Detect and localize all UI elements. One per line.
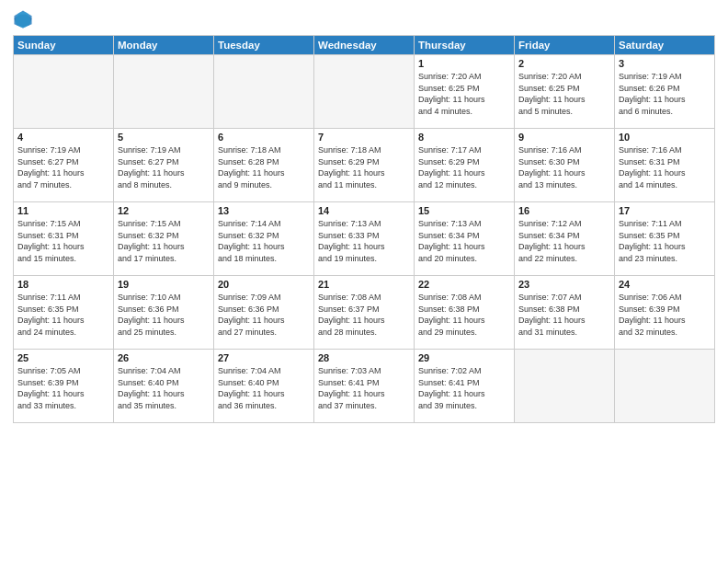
day-info: Sunrise: 7:12 AM Sunset: 6:34 PM Dayligh… xyxy=(518,218,610,264)
calendar-cell: 15Sunrise: 7:13 AM Sunset: 6:34 PM Dayli… xyxy=(415,202,515,276)
calendar-day-header: Tuesday xyxy=(214,36,314,55)
calendar-cell: 24Sunrise: 7:06 AM Sunset: 6:39 PM Dayli… xyxy=(615,276,715,350)
calendar-cell: 25Sunrise: 7:05 AM Sunset: 6:39 PM Dayli… xyxy=(14,350,114,423)
calendar-cell xyxy=(615,350,715,423)
day-number: 1 xyxy=(418,58,510,69)
logo xyxy=(13,9,37,29)
day-info: Sunrise: 7:19 AM Sunset: 6:26 PM Dayligh… xyxy=(619,71,711,117)
day-number: 26 xyxy=(118,352,210,363)
calendar-week-row: 11Sunrise: 7:15 AM Sunset: 6:31 PM Dayli… xyxy=(14,202,715,276)
day-info: Sunrise: 7:16 AM Sunset: 6:31 PM Dayligh… xyxy=(619,144,711,190)
day-info: Sunrise: 7:04 AM Sunset: 6:40 PM Dayligh… xyxy=(218,365,310,411)
day-info: Sunrise: 7:09 AM Sunset: 6:36 PM Dayligh… xyxy=(218,292,310,338)
calendar-cell: 14Sunrise: 7:13 AM Sunset: 6:33 PM Dayli… xyxy=(314,202,415,276)
calendar-cell: 17Sunrise: 7:11 AM Sunset: 6:35 PM Dayli… xyxy=(615,202,715,276)
calendar-day-header: Saturday xyxy=(615,36,715,55)
day-number: 22 xyxy=(418,279,510,290)
calendar-cell: 6Sunrise: 7:18 AM Sunset: 6:28 PM Daylig… xyxy=(214,129,314,202)
calendar-cell: 3Sunrise: 7:19 AM Sunset: 6:26 PM Daylig… xyxy=(615,55,715,129)
day-info: Sunrise: 7:06 AM Sunset: 6:39 PM Dayligh… xyxy=(619,292,711,338)
day-info: Sunrise: 7:11 AM Sunset: 6:35 PM Dayligh… xyxy=(619,218,711,264)
calendar-day-header: Monday xyxy=(114,36,214,55)
calendar: SundayMondayTuesdayWednesdayThursdayFrid… xyxy=(13,35,715,423)
day-number: 3 xyxy=(619,58,711,69)
calendar-cell: 20Sunrise: 7:09 AM Sunset: 6:36 PM Dayli… xyxy=(214,276,314,350)
logo-icon xyxy=(13,9,33,29)
day-number: 6 xyxy=(218,132,310,143)
day-number: 15 xyxy=(418,205,510,216)
day-number: 9 xyxy=(518,132,610,143)
day-info: Sunrise: 7:13 AM Sunset: 6:33 PM Dayligh… xyxy=(318,218,410,264)
calendar-cell: 4Sunrise: 7:19 AM Sunset: 6:27 PM Daylig… xyxy=(14,129,114,202)
day-info: Sunrise: 7:20 AM Sunset: 6:25 PM Dayligh… xyxy=(418,71,510,117)
day-info: Sunrise: 7:14 AM Sunset: 6:32 PM Dayligh… xyxy=(218,218,310,264)
header xyxy=(13,9,715,29)
day-number: 13 xyxy=(218,205,310,216)
calendar-week-row: 4Sunrise: 7:19 AM Sunset: 6:27 PM Daylig… xyxy=(14,129,715,202)
day-number: 24 xyxy=(619,279,711,290)
calendar-header-row: SundayMondayTuesdayWednesdayThursdayFrid… xyxy=(14,36,715,55)
calendar-day-header: Friday xyxy=(515,36,615,55)
calendar-cell: 13Sunrise: 7:14 AM Sunset: 6:32 PM Dayli… xyxy=(214,202,314,276)
day-info: Sunrise: 7:17 AM Sunset: 6:29 PM Dayligh… xyxy=(418,144,510,190)
day-info: Sunrise: 7:04 AM Sunset: 6:40 PM Dayligh… xyxy=(118,365,210,411)
calendar-cell xyxy=(14,55,114,129)
day-number: 10 xyxy=(619,132,711,143)
calendar-cell: 21Sunrise: 7:08 AM Sunset: 6:37 PM Dayli… xyxy=(314,276,415,350)
calendar-cell xyxy=(214,55,314,129)
day-info: Sunrise: 7:15 AM Sunset: 6:31 PM Dayligh… xyxy=(17,218,109,264)
day-number: 21 xyxy=(318,279,410,290)
day-info: Sunrise: 7:15 AM Sunset: 6:32 PM Dayligh… xyxy=(118,218,210,264)
calendar-cell xyxy=(515,350,615,423)
day-info: Sunrise: 7:07 AM Sunset: 6:38 PM Dayligh… xyxy=(518,292,610,338)
day-number: 23 xyxy=(518,279,610,290)
day-number: 14 xyxy=(318,205,410,216)
day-info: Sunrise: 7:03 AM Sunset: 6:41 PM Dayligh… xyxy=(318,365,410,411)
day-info: Sunrise: 7:19 AM Sunset: 6:27 PM Dayligh… xyxy=(17,144,109,190)
day-number: 28 xyxy=(318,352,410,363)
day-number: 12 xyxy=(118,205,210,216)
day-info: Sunrise: 7:13 AM Sunset: 6:34 PM Dayligh… xyxy=(418,218,510,264)
calendar-cell: 1Sunrise: 7:20 AM Sunset: 6:25 PM Daylig… xyxy=(415,55,515,129)
calendar-cell: 2Sunrise: 7:20 AM Sunset: 6:25 PM Daylig… xyxy=(515,55,615,129)
calendar-cell: 26Sunrise: 7:04 AM Sunset: 6:40 PM Dayli… xyxy=(114,350,214,423)
calendar-cell: 10Sunrise: 7:16 AM Sunset: 6:31 PM Dayli… xyxy=(615,129,715,202)
calendar-week-row: 18Sunrise: 7:11 AM Sunset: 6:35 PM Dayli… xyxy=(14,276,715,350)
calendar-cell: 16Sunrise: 7:12 AM Sunset: 6:34 PM Dayli… xyxy=(515,202,615,276)
calendar-cell xyxy=(114,55,214,129)
day-number: 18 xyxy=(17,279,109,290)
day-info: Sunrise: 7:05 AM Sunset: 6:39 PM Dayligh… xyxy=(17,365,109,411)
day-number: 8 xyxy=(418,132,510,143)
calendar-cell: 9Sunrise: 7:16 AM Sunset: 6:30 PM Daylig… xyxy=(515,129,615,202)
day-info: Sunrise: 7:08 AM Sunset: 6:37 PM Dayligh… xyxy=(318,292,410,338)
day-number: 19 xyxy=(118,279,210,290)
day-number: 27 xyxy=(218,352,310,363)
day-number: 7 xyxy=(318,132,410,143)
day-info: Sunrise: 7:10 AM Sunset: 6:36 PM Dayligh… xyxy=(118,292,210,338)
day-info: Sunrise: 7:11 AM Sunset: 6:35 PM Dayligh… xyxy=(17,292,109,338)
day-number: 25 xyxy=(17,352,109,363)
day-number: 17 xyxy=(619,205,711,216)
calendar-cell: 22Sunrise: 7:08 AM Sunset: 6:38 PM Dayli… xyxy=(415,276,515,350)
day-info: Sunrise: 7:16 AM Sunset: 6:30 PM Dayligh… xyxy=(518,144,610,190)
day-number: 20 xyxy=(218,279,310,290)
calendar-day-header: Wednesday xyxy=(314,36,415,55)
calendar-cell: 8Sunrise: 7:17 AM Sunset: 6:29 PM Daylig… xyxy=(415,129,515,202)
calendar-cell: 27Sunrise: 7:04 AM Sunset: 6:40 PM Dayli… xyxy=(214,350,314,423)
day-number: 5 xyxy=(118,132,210,143)
calendar-day-header: Thursday xyxy=(415,36,515,55)
calendar-cell: 5Sunrise: 7:19 AM Sunset: 6:27 PM Daylig… xyxy=(114,129,214,202)
day-number: 29 xyxy=(418,352,510,363)
day-info: Sunrise: 7:02 AM Sunset: 6:41 PM Dayligh… xyxy=(418,365,510,411)
page: SundayMondayTuesdayWednesdayThursdayFrid… xyxy=(0,0,728,563)
day-number: 4 xyxy=(17,132,109,143)
calendar-cell: 28Sunrise: 7:03 AM Sunset: 6:41 PM Dayli… xyxy=(314,350,415,423)
day-number: 16 xyxy=(518,205,610,216)
calendar-cell: 7Sunrise: 7:18 AM Sunset: 6:29 PM Daylig… xyxy=(314,129,415,202)
day-number: 11 xyxy=(17,205,109,216)
day-info: Sunrise: 7:18 AM Sunset: 6:29 PM Dayligh… xyxy=(318,144,410,190)
calendar-cell xyxy=(314,55,415,129)
calendar-cell: 29Sunrise: 7:02 AM Sunset: 6:41 PM Dayli… xyxy=(415,350,515,423)
day-number: 2 xyxy=(518,58,610,69)
day-info: Sunrise: 7:19 AM Sunset: 6:27 PM Dayligh… xyxy=(118,144,210,190)
